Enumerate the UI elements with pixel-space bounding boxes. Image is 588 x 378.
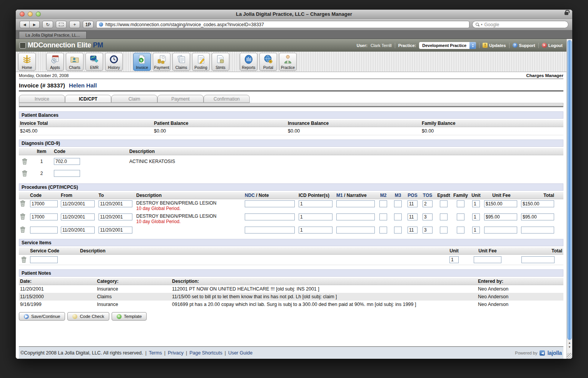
nav-portal-button[interactable]: Portal bbox=[259, 53, 277, 71]
vertical-scrollbar[interactable]: ▲ ▼ bbox=[566, 39, 572, 359]
new-tab-button[interactable]: + bbox=[69, 21, 80, 28]
onepassword-button[interactable]: 1P bbox=[83, 21, 94, 28]
nav-invoice-button[interactable]: $ Invoice bbox=[133, 53, 151, 71]
nav-home-button[interactable]: Home bbox=[18, 53, 36, 71]
m3-input[interactable] bbox=[394, 227, 402, 234]
family-input[interactable] bbox=[457, 213, 464, 220]
terms-link[interactable]: Terms bbox=[149, 350, 162, 356]
pos-input[interactable] bbox=[408, 200, 418, 207]
service-code-input[interactable] bbox=[30, 256, 58, 263]
icd-pointer-input[interactable] bbox=[299, 213, 332, 220]
tab-confirmation[interactable]: Confirmation bbox=[204, 95, 250, 103]
col-pos-link[interactable]: POS bbox=[405, 193, 420, 198]
from-date-input[interactable] bbox=[61, 213, 95, 220]
tab-icd-cpt[interactable]: ICD/CPT bbox=[65, 95, 111, 103]
scroll-up-arrow[interactable]: ▲ bbox=[567, 341, 572, 345]
col-tos-link[interactable]: TOS bbox=[420, 193, 435, 198]
m1-narrative-input[interactable] bbox=[336, 200, 375, 207]
nav-payment-button[interactable]: Payment bbox=[153, 53, 170, 71]
user-guide-link[interactable]: User Guide bbox=[228, 350, 252, 356]
m3-input[interactable] bbox=[394, 200, 402, 207]
zoom-window-button[interactable] bbox=[36, 12, 41, 17]
procedure-code-input[interactable] bbox=[30, 213, 58, 220]
family-input[interactable] bbox=[457, 200, 464, 207]
pos-input[interactable] bbox=[408, 213, 418, 220]
delete-diagnosis-icon[interactable] bbox=[22, 170, 27, 176]
epsdt-input[interactable] bbox=[440, 200, 448, 207]
m3-input[interactable] bbox=[394, 213, 402, 220]
minimize-window-button[interactable] bbox=[28, 12, 33, 17]
nav-history-button[interactable]: History bbox=[105, 53, 123, 71]
to-date-input[interactable] bbox=[99, 200, 132, 207]
back-button[interactable]: ◀ bbox=[20, 21, 30, 28]
m1-narrative-input[interactable] bbox=[336, 213, 375, 220]
unit-input[interactable] bbox=[472, 200, 480, 207]
to-date-input[interactable] bbox=[99, 213, 132, 220]
procedure-code-input[interactable] bbox=[30, 200, 58, 207]
tos-input[interactable] bbox=[423, 200, 433, 207]
m1-narrative-input[interactable] bbox=[336, 227, 375, 234]
delete-service-item-icon[interactable] bbox=[21, 257, 27, 263]
service-total-input[interactable] bbox=[521, 256, 555, 263]
delete-procedure-icon[interactable] bbox=[20, 200, 25, 207]
procedure-code-input[interactable] bbox=[30, 227, 58, 234]
practice-select[interactable]: Development Practice ▲▼ bbox=[419, 42, 476, 49]
icd-pointer-input[interactable] bbox=[299, 200, 332, 207]
tab-payment[interactable]: Payment bbox=[157, 95, 204, 103]
m2-input[interactable] bbox=[379, 227, 387, 234]
tos-input[interactable] bbox=[423, 213, 433, 220]
scroll-down-arrow[interactable]: ▼ bbox=[567, 345, 572, 349]
icd-pointer-input[interactable] bbox=[299, 227, 332, 234]
webclip-button[interactable] bbox=[56, 21, 67, 28]
m2-input[interactable] bbox=[379, 213, 387, 220]
template-button[interactable]: + Template bbox=[112, 312, 147, 321]
service-unit-fee-input[interactable] bbox=[474, 256, 501, 263]
from-date-input[interactable] bbox=[61, 200, 95, 207]
tab-invoice[interactable]: Invoice bbox=[19, 95, 65, 103]
nav-emr-button[interactable]: EMR bbox=[85, 53, 103, 71]
reload-button[interactable]: ↻ bbox=[42, 21, 53, 28]
family-input[interactable] bbox=[457, 227, 464, 234]
service-unit-input[interactable] bbox=[449, 256, 459, 263]
scrollbar-thumb[interactable] bbox=[567, 40, 572, 340]
nav-claims-button[interactable]: Claims bbox=[172, 53, 190, 71]
tos-input[interactable] bbox=[423, 227, 433, 234]
m1-link[interactable]: M1 bbox=[336, 193, 343, 198]
page-shortcuts-link[interactable]: Page Shortcuts bbox=[189, 350, 222, 356]
nav-appts-button[interactable]: Appts bbox=[46, 53, 64, 71]
unit-fee-input[interactable] bbox=[484, 213, 517, 220]
total-input[interactable] bbox=[521, 213, 554, 220]
epsdt-input[interactable] bbox=[440, 213, 448, 220]
search-input[interactable]: ▾ Google bbox=[472, 21, 568, 28]
nav-practice-button[interactable]: Practice bbox=[279, 53, 297, 71]
nav-stmts-button[interactable]: Stmts bbox=[212, 53, 229, 71]
pos-input[interactable] bbox=[408, 227, 418, 234]
ndc-note-input[interactable] bbox=[245, 227, 295, 234]
total-input[interactable] bbox=[521, 227, 554, 234]
tab-claim[interactable]: Claim bbox=[111, 95, 157, 103]
privacy-link[interactable]: Privacy bbox=[168, 350, 184, 356]
delete-diagnosis-icon[interactable] bbox=[22, 158, 27, 165]
save-continue-button[interactable]: ▶ Save/Continue bbox=[19, 312, 65, 321]
delete-procedure-icon[interactable] bbox=[20, 227, 25, 233]
m2-input[interactable] bbox=[379, 200, 387, 207]
col-m2-link[interactable]: M2 bbox=[376, 193, 391, 198]
address-bar[interactable]: https://www.mdconnection.com/staging/inv… bbox=[96, 21, 469, 28]
support-link[interactable]: ? Support bbox=[513, 43, 535, 48]
browser-tab[interactable]: La Jolla Digital Practice, LL... bbox=[19, 31, 87, 39]
diagnosis-code-input[interactable] bbox=[54, 170, 80, 177]
unit-input[interactable] bbox=[472, 227, 480, 234]
close-window-button[interactable] bbox=[20, 12, 25, 17]
forward-button[interactable]: ▶ bbox=[30, 21, 40, 28]
ndc-note-input[interactable] bbox=[245, 213, 295, 220]
updates-link[interactable]: ! Updates bbox=[483, 43, 506, 48]
nav-charts-button[interactable]: Charts bbox=[66, 53, 84, 71]
unit-fee-input[interactable] bbox=[484, 200, 517, 207]
epsdt-input[interactable] bbox=[440, 227, 448, 234]
nav-reports-button[interactable]: Reports bbox=[240, 53, 257, 71]
ndc-link[interactable]: NDC bbox=[245, 193, 255, 198]
unit-fee-input[interactable] bbox=[484, 227, 517, 234]
col-m3-link[interactable]: M3 bbox=[391, 193, 405, 198]
from-date-input[interactable] bbox=[61, 227, 95, 234]
total-input[interactable] bbox=[521, 200, 554, 207]
